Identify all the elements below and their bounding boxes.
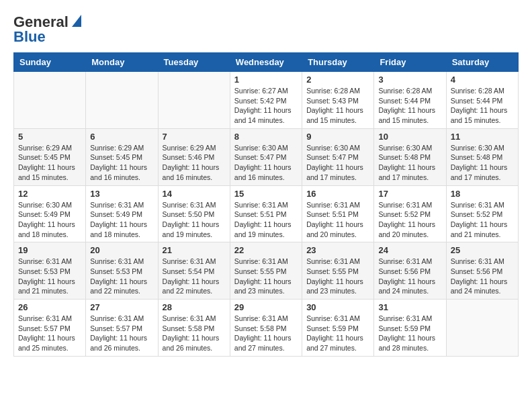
calendar-day-cell: 17Sunrise: 6:31 AM Sunset: 5:52 PM Dayli… <box>374 185 446 242</box>
calendar-day-cell: 16Sunrise: 6:31 AM Sunset: 5:51 PM Dayli… <box>302 185 374 242</box>
day-info: Sunrise: 6:31 AM Sunset: 5:57 PM Dayligh… <box>90 314 153 353</box>
day-info: Sunrise: 6:31 AM Sunset: 5:58 PM Dayligh… <box>234 314 298 353</box>
day-number: 7 <box>163 132 226 142</box>
calendar-day-cell: 19Sunrise: 6:31 AM Sunset: 5:53 PM Dayli… <box>14 242 86 300</box>
day-number: 28 <box>163 302 226 312</box>
calendar-day-cell: 20Sunrise: 6:31 AM Sunset: 5:53 PM Dayli… <box>86 242 158 300</box>
day-number: 13 <box>90 189 153 199</box>
day-number: 8 <box>234 132 298 142</box>
calendar-day-cell: 12Sunrise: 6:30 AM Sunset: 5:49 PM Dayli… <box>14 185 86 242</box>
calendar-week-row: 26Sunrise: 6:31 AM Sunset: 5:57 PM Dayli… <box>14 300 519 357</box>
weekday-header-sunday: Sunday <box>14 53 86 72</box>
day-info: Sunrise: 6:28 AM Sunset: 5:44 PM Dayligh… <box>451 86 514 126</box>
day-info: Sunrise: 6:30 AM Sunset: 5:48 PM Dayligh… <box>378 143 441 183</box>
calendar-day-cell: 23Sunrise: 6:31 AM Sunset: 5:55 PM Dayli… <box>302 242 374 300</box>
day-number: 22 <box>234 245 298 255</box>
logo-triangle-icon <box>69 15 81 27</box>
day-number: 19 <box>18 245 81 255</box>
calendar-empty-cell <box>14 72 86 129</box>
day-number: 25 <box>451 245 514 255</box>
day-info: Sunrise: 6:31 AM Sunset: 5:53 PM Dayligh… <box>18 257 81 296</box>
day-info: Sunrise: 6:31 AM Sunset: 5:50 PM Dayligh… <box>163 200 226 240</box>
day-number: 15 <box>234 189 298 199</box>
day-info: Sunrise: 6:28 AM Sunset: 5:44 PM Dayligh… <box>378 86 441 126</box>
day-number: 16 <box>306 189 369 199</box>
calendar-day-cell: 9Sunrise: 6:30 AM Sunset: 5:47 PM Daylig… <box>302 128 374 185</box>
day-info: Sunrise: 6:30 AM Sunset: 5:49 PM Dayligh… <box>18 200 81 240</box>
weekday-header-thursday: Thursday <box>302 53 374 72</box>
day-number: 5 <box>18 132 81 142</box>
weekday-header-saturday: Saturday <box>446 53 518 72</box>
day-info: Sunrise: 6:31 AM Sunset: 5:51 PM Dayligh… <box>306 200 369 240</box>
calendar-week-row: 19Sunrise: 6:31 AM Sunset: 5:53 PM Dayli… <box>14 242 519 300</box>
day-info: Sunrise: 6:29 AM Sunset: 5:45 PM Dayligh… <box>90 143 153 183</box>
page-header: General Blue <box>13 13 519 46</box>
day-info: Sunrise: 6:29 AM Sunset: 5:46 PM Dayligh… <box>163 143 226 183</box>
day-info: Sunrise: 6:27 AM Sunset: 5:42 PM Dayligh… <box>234 86 298 126</box>
calendar-day-cell: 8Sunrise: 6:30 AM Sunset: 5:47 PM Daylig… <box>230 128 302 185</box>
day-number: 2 <box>306 75 369 85</box>
weekday-header-friday: Friday <box>374 53 446 72</box>
day-info: Sunrise: 6:29 AM Sunset: 5:45 PM Dayligh… <box>18 143 81 183</box>
day-number: 10 <box>378 132 441 142</box>
calendar-day-cell: 26Sunrise: 6:31 AM Sunset: 5:57 PM Dayli… <box>14 300 86 357</box>
day-info: Sunrise: 6:28 AM Sunset: 5:43 PM Dayligh… <box>306 86 369 126</box>
calendar-day-cell: 11Sunrise: 6:30 AM Sunset: 5:48 PM Dayli… <box>446 128 518 185</box>
weekday-header-row: SundayMondayTuesdayWednesdayThursdayFrid… <box>14 53 519 72</box>
day-info: Sunrise: 6:31 AM Sunset: 5:52 PM Dayligh… <box>378 200 441 240</box>
day-number: 30 <box>306 302 369 312</box>
weekday-header-monday: Monday <box>86 53 158 72</box>
calendar-day-cell: 5Sunrise: 6:29 AM Sunset: 5:45 PM Daylig… <box>14 128 86 185</box>
day-number: 11 <box>451 132 514 142</box>
day-number: 20 <box>90 245 153 255</box>
calendar-day-cell: 18Sunrise: 6:31 AM Sunset: 5:52 PM Dayli… <box>446 185 518 242</box>
day-info: Sunrise: 6:31 AM Sunset: 5:59 PM Dayligh… <box>306 314 369 353</box>
calendar-day-cell: 13Sunrise: 6:31 AM Sunset: 5:49 PM Dayli… <box>86 185 158 242</box>
day-number: 23 <box>306 245 369 255</box>
calendar-empty-cell <box>446 300 518 357</box>
calendar-day-cell: 27Sunrise: 6:31 AM Sunset: 5:57 PM Dayli… <box>86 300 158 357</box>
day-info: Sunrise: 6:30 AM Sunset: 5:47 PM Dayligh… <box>306 143 369 183</box>
day-number: 21 <box>163 245 226 255</box>
logo-blue-text: Blue <box>13 28 46 46</box>
calendar-empty-cell <box>86 72 158 129</box>
day-info: Sunrise: 6:31 AM Sunset: 5:57 PM Dayligh… <box>18 314 81 353</box>
day-info: Sunrise: 6:31 AM Sunset: 5:55 PM Dayligh… <box>234 257 298 296</box>
calendar-week-row: 12Sunrise: 6:30 AM Sunset: 5:49 PM Dayli… <box>14 185 519 242</box>
calendar-day-cell: 1Sunrise: 6:27 AM Sunset: 5:42 PM Daylig… <box>230 72 302 129</box>
day-number: 27 <box>90 302 153 312</box>
svg-marker-0 <box>72 15 81 27</box>
day-info: Sunrise: 6:31 AM Sunset: 5:49 PM Dayligh… <box>90 200 153 240</box>
calendar-day-cell: 28Sunrise: 6:31 AM Sunset: 5:58 PM Dayli… <box>158 300 230 357</box>
calendar-empty-cell <box>158 72 230 129</box>
calendar-day-cell: 31Sunrise: 6:31 AM Sunset: 5:59 PM Dayli… <box>374 300 446 357</box>
calendar-day-cell: 21Sunrise: 6:31 AM Sunset: 5:54 PM Dayli… <box>158 242 230 300</box>
calendar-day-cell: 14Sunrise: 6:31 AM Sunset: 5:50 PM Dayli… <box>158 185 230 242</box>
day-number: 6 <box>90 132 153 142</box>
day-info: Sunrise: 6:31 AM Sunset: 5:56 PM Dayligh… <box>378 257 441 296</box>
calendar-day-cell: 4Sunrise: 6:28 AM Sunset: 5:44 PM Daylig… <box>446 72 518 129</box>
calendar-week-row: 1Sunrise: 6:27 AM Sunset: 5:42 PM Daylig… <box>14 72 519 129</box>
day-number: 12 <box>18 189 81 199</box>
day-info: Sunrise: 6:31 AM Sunset: 5:51 PM Dayligh… <box>234 200 298 240</box>
day-number: 1 <box>234 75 298 85</box>
day-info: Sunrise: 6:31 AM Sunset: 5:54 PM Dayligh… <box>163 257 226 296</box>
calendar-day-cell: 6Sunrise: 6:29 AM Sunset: 5:45 PM Daylig… <box>86 128 158 185</box>
day-number: 14 <box>163 189 226 199</box>
day-number: 26 <box>18 302 81 312</box>
weekday-header-wednesday: Wednesday <box>230 53 302 72</box>
day-info: Sunrise: 6:30 AM Sunset: 5:48 PM Dayligh… <box>451 143 514 183</box>
day-info: Sunrise: 6:30 AM Sunset: 5:47 PM Dayligh… <box>234 143 298 183</box>
day-info: Sunrise: 6:31 AM Sunset: 5:56 PM Dayligh… <box>451 257 514 296</box>
weekday-header-tuesday: Tuesday <box>158 53 230 72</box>
calendar-day-cell: 25Sunrise: 6:31 AM Sunset: 5:56 PM Dayli… <box>446 242 518 300</box>
calendar-day-cell: 24Sunrise: 6:31 AM Sunset: 5:56 PM Dayli… <box>374 242 446 300</box>
day-number: 24 <box>378 245 441 255</box>
calendar-day-cell: 29Sunrise: 6:31 AM Sunset: 5:58 PM Dayli… <box>230 300 302 357</box>
calendar-day-cell: 7Sunrise: 6:29 AM Sunset: 5:46 PM Daylig… <box>158 128 230 185</box>
day-number: 4 <box>451 75 514 85</box>
day-info: Sunrise: 6:31 AM Sunset: 5:55 PM Dayligh… <box>306 257 369 296</box>
day-number: 9 <box>306 132 369 142</box>
calendar-day-cell: 15Sunrise: 6:31 AM Sunset: 5:51 PM Dayli… <box>230 185 302 242</box>
day-number: 29 <box>234 302 298 312</box>
